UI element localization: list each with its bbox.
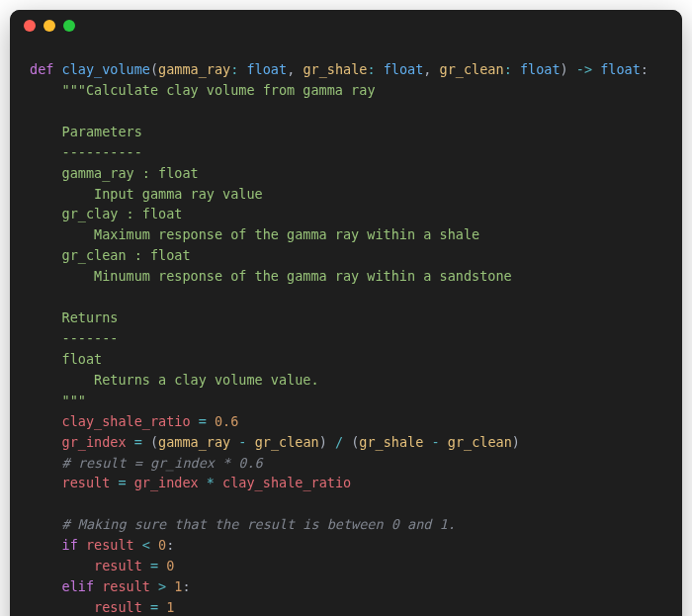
param-gamma-ray: gamma_ray [158, 61, 230, 77]
ref-gr-clean: gr_clean [448, 434, 512, 450]
fn-name: clay_volume [62, 61, 150, 77]
mul: * [199, 475, 222, 490]
ref-gr-index: gr_index [134, 475, 199, 490]
eq: = [127, 434, 150, 450]
num-1: 1 [166, 599, 174, 615]
doc-ret-type: float [30, 351, 102, 367]
titlebar [10, 10, 682, 42]
paren: ) [319, 434, 335, 450]
paren-close: ) [561, 61, 576, 77]
num: 0.6 [215, 413, 238, 429]
div: / [335, 434, 351, 450]
eq: = [191, 413, 215, 429]
colon-end: : [641, 61, 649, 77]
ref-csr: clay_shale_ratio [222, 475, 351, 490]
indent [30, 475, 62, 490]
colon: : [182, 578, 190, 594]
minus: - [423, 434, 447, 450]
paren: ) [512, 434, 520, 450]
kw-if: if [62, 537, 86, 553]
indent [30, 537, 62, 553]
doc-p2-desc: Maximum response of the gamma ray within… [30, 226, 479, 242]
paren-open: ( [150, 61, 158, 77]
kw-def: def [30, 61, 62, 77]
type-float: float [520, 61, 561, 77]
sep: , [423, 61, 439, 77]
comment-1: # result = gr_index * 0.6 [30, 455, 263, 471]
minus: - [230, 434, 254, 450]
eq: = [110, 475, 133, 490]
ref-result: result [94, 558, 142, 573]
var-csr: clay_shale_ratio [62, 413, 191, 429]
doc-p3-desc: Minumum response of the gamma ray within… [30, 268, 512, 284]
indent [30, 578, 62, 594]
sep: , [287, 61, 303, 77]
close-icon[interactable] [24, 20, 36, 32]
num-0: 0 [158, 537, 166, 553]
lt: < [134, 537, 158, 553]
docstring-close: """ [30, 393, 86, 408]
var-result: result [62, 475, 111, 490]
doc-ret-desc: Returns a clay volume value. [30, 372, 319, 388]
eq: = [142, 599, 166, 615]
ref-result: result [102, 578, 150, 594]
minimize-icon[interactable] [43, 20, 55, 32]
type-float: float [246, 61, 287, 77]
param-gr-shale: gr_shale [303, 61, 367, 77]
kw-elif: elif [62, 578, 103, 594]
colon: : [367, 61, 383, 77]
doc-p1-desc: Input gamma ray value [30, 186, 263, 202]
doc-params-ul: ---------- [30, 144, 142, 160]
colon: : [166, 537, 174, 553]
ref-gr-shale: gr_shale [359, 434, 423, 450]
doc-returns-ul: ------- [30, 330, 118, 346]
doc-p3: gr_clean : float [30, 247, 191, 263]
docstring-open: """ [30, 82, 86, 98]
type-float-ret: float [600, 61, 641, 77]
ref-result: result [86, 537, 134, 553]
arrow: -> [576, 61, 600, 77]
doc-p1: gamma_ray : float [30, 165, 199, 181]
ref-gamma-ray: gamma_ray [158, 434, 230, 450]
code-window: def clay_volume(gamma_ray: float, gr_sha… [10, 10, 682, 616]
indent [30, 434, 62, 450]
param-gr-clean: gr_clean [440, 61, 504, 77]
type-float: float [384, 61, 424, 77]
colon: : [230, 61, 246, 77]
code-block: def clay_volume(gamma_ray: float, gr_sha… [10, 42, 682, 616]
ref-result: result [94, 599, 142, 615]
doc-params-head: Parameters [30, 124, 142, 139]
ref-gr-clean: gr_clean [255, 434, 319, 450]
doc-summary: Calculate clay volume from gamma ray [86, 82, 376, 98]
var-gr-index: gr_index [62, 434, 127, 450]
indent [30, 413, 62, 429]
doc-returns-head: Returns [30, 309, 118, 325]
colon: : [504, 61, 520, 77]
indent [30, 558, 94, 573]
paren: ( [150, 434, 158, 450]
doc-p2: gr_clay : float [30, 206, 182, 221]
indent [30, 599, 94, 615]
num-0: 0 [166, 558, 174, 573]
gt: > [150, 578, 174, 594]
maximize-icon[interactable] [63, 20, 75, 32]
comment-2: # Making sure that the result is between… [30, 516, 456, 532]
eq: = [142, 558, 166, 573]
